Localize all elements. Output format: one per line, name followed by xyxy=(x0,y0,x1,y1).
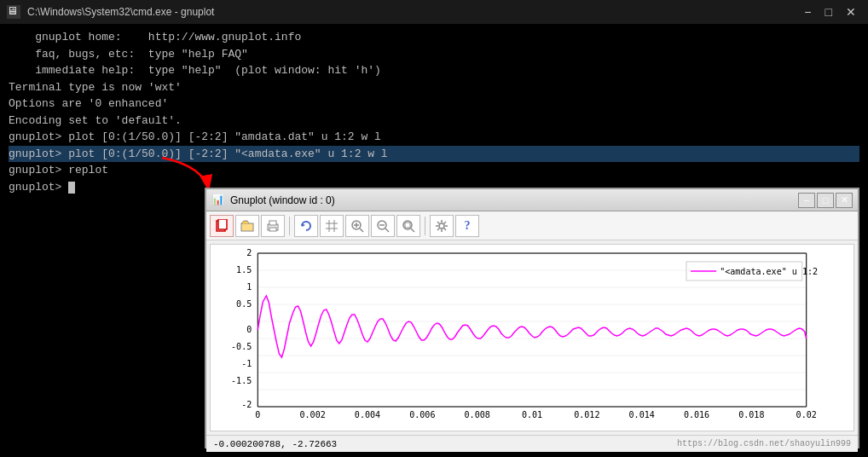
svg-text:-2: -2 xyxy=(241,400,252,409)
svg-text:-1.5: -1.5 xyxy=(231,376,252,385)
gnuplot-statusbar: -0.000200788, -2.72663 https://blog.csdn… xyxy=(206,435,858,452)
svg-text:0.016: 0.016 xyxy=(684,410,709,419)
gnuplot-icon: 📊 xyxy=(211,194,225,207)
svg-text:0.006: 0.006 xyxy=(409,410,435,419)
toolbar-zoom-out-btn[interactable] xyxy=(371,215,395,237)
maximize-button[interactable]: □ xyxy=(820,5,837,19)
toolbar-sep-1 xyxy=(289,217,290,235)
close-button[interactable]: ✕ xyxy=(841,5,861,19)
terminal-line-8: gnuplot> plot [0:(1/50.0)] [-2:2] "<amda… xyxy=(9,146,859,163)
svg-line-20 xyxy=(411,228,414,232)
toolbar-grid-btn[interactable] xyxy=(320,215,344,237)
terminal-line-4: Terminal type is now 'wxt' xyxy=(9,79,859,96)
svg-text:"<amdata.exe" u 1:2: "<amdata.exe" u 1:2 xyxy=(720,267,818,276)
terminal-titlebar: 🖥 C:\Windows\System32\cmd.exe - gnuplot … xyxy=(0,0,868,24)
terminal-controls: − □ ✕ xyxy=(799,5,861,19)
cursor xyxy=(68,182,75,194)
terminal-line-9: gnuplot> replot xyxy=(9,162,859,179)
minimize-button[interactable]: − xyxy=(799,5,816,19)
terminal-line-2: faq, bugs, etc: type "help FAQ" xyxy=(9,46,859,63)
svg-line-13 xyxy=(360,228,363,232)
svg-text:0: 0 xyxy=(255,410,260,419)
terminal-icon: 🖥 xyxy=(7,5,20,19)
svg-point-22 xyxy=(439,223,444,228)
toolbar-print-btn[interactable] xyxy=(261,215,285,237)
gnuplot-toolbar: ? xyxy=(206,211,858,240)
svg-text:0.008: 0.008 xyxy=(465,410,490,419)
svg-text:1: 1 xyxy=(246,282,252,292)
gnuplot-window: 📊 Gnuplot (window id : 0) − □ ✕ xyxy=(205,188,859,448)
toolbar-sep-2 xyxy=(425,217,425,235)
terminal-line-3: immediate help: type "help" (plot window… xyxy=(9,62,859,79)
svg-text:0.018: 0.018 xyxy=(738,410,764,419)
toolbar-refresh-btn[interactable] xyxy=(294,215,318,237)
gnuplot-minimize[interactable]: − xyxy=(798,193,815,208)
terminal-title-text: C:\Windows\System32\cmd.exe - gnuplot xyxy=(27,6,792,18)
svg-text:0.01: 0.01 xyxy=(522,410,542,419)
svg-text:0.004: 0.004 xyxy=(355,410,380,419)
terminal-line-6: Encoding set to 'default'. xyxy=(9,113,859,130)
svg-line-17 xyxy=(385,228,389,232)
gnuplot-watermark: https://blog.csdn.net/shaoyulin999 xyxy=(677,439,851,448)
svg-text:-1: -1 xyxy=(241,359,252,368)
gnuplot-plot-area: 2 1.5 1 0.5 0 -0.5 -1 -1.5 -2 0 0.002 0.… xyxy=(210,244,854,431)
gnuplot-close[interactable]: ✕ xyxy=(836,193,853,208)
terminal-line-7: gnuplot> plot [0:(1/50.0)] [-2:2] "amdat… xyxy=(9,129,859,146)
svg-text:2: 2 xyxy=(246,248,252,257)
svg-text:0.012: 0.012 xyxy=(574,410,599,419)
svg-text:0: 0 xyxy=(246,325,252,334)
svg-rect-6 xyxy=(269,228,276,231)
terminal-window: 🖥 C:\Windows\System32\cmd.exe - gnuplot … xyxy=(0,0,868,200)
terminal-body: gnuplot home: http://www.gnuplot.info fa… xyxy=(0,24,868,200)
svg-marker-7 xyxy=(302,223,305,227)
svg-rect-3 xyxy=(241,223,253,231)
gnuplot-svg: 2 1.5 1 0.5 0 -0.5 -1 -1.5 -2 0 0.002 0.… xyxy=(211,245,854,431)
gnuplot-title: Gnuplot (window id : 0) xyxy=(230,194,798,206)
svg-text:0.02: 0.02 xyxy=(796,410,817,419)
svg-text:-0.5: -0.5 xyxy=(231,342,252,351)
toolbar-settings-btn[interactable] xyxy=(430,215,454,237)
svg-text:0.002: 0.002 xyxy=(300,410,326,419)
terminal-line-1: gnuplot home: http://www.gnuplot.info xyxy=(9,29,859,46)
toolbar-zoom-fit-btn[interactable] xyxy=(396,215,420,237)
terminal-line-5: Options are '0 enhanced' xyxy=(9,95,859,113)
toolbar-zoom-in-btn[interactable] xyxy=(345,215,369,237)
toolbar-help-btn[interactable]: ? xyxy=(455,215,479,237)
svg-text:0.014: 0.014 xyxy=(629,410,655,419)
svg-rect-5 xyxy=(269,221,276,225)
toolbar-copy-btn[interactable] xyxy=(210,215,234,237)
svg-rect-2 xyxy=(218,219,227,229)
gnuplot-window-controls: − □ ✕ xyxy=(798,193,853,208)
svg-rect-21 xyxy=(405,223,410,228)
svg-text:1.5: 1.5 xyxy=(236,265,252,275)
gnuplot-maximize[interactable]: □ xyxy=(817,193,834,208)
svg-text:0.5: 0.5 xyxy=(236,299,252,309)
gnuplot-titlebar: 📊 Gnuplot (window id : 0) − □ ✕ xyxy=(206,189,858,211)
gnuplot-coords: -0.000200788, -2.72663 xyxy=(213,439,337,449)
toolbar-open-btn[interactable] xyxy=(235,215,259,237)
